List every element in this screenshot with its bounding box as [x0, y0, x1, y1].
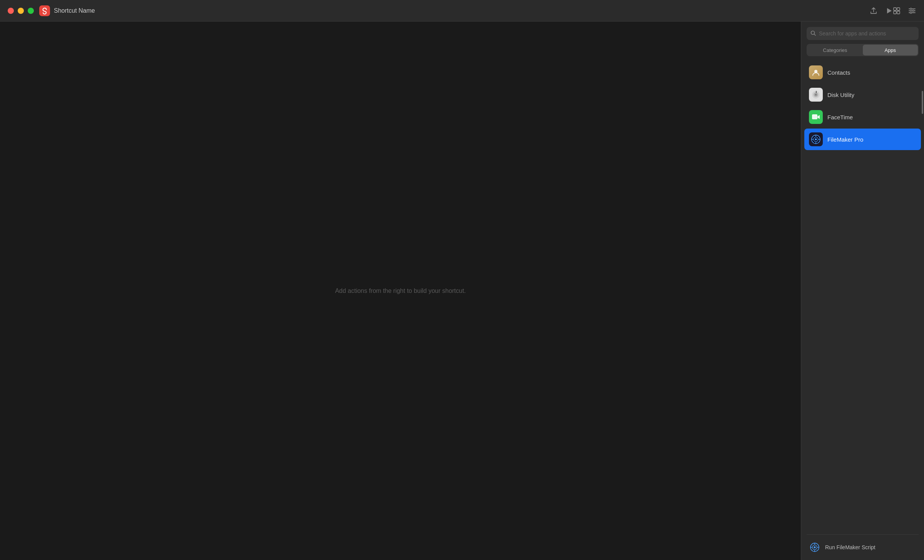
filemaker-action-icon	[809, 542, 820, 553]
section-divider	[807, 534, 919, 535]
play-button[interactable]	[886, 7, 892, 14]
svg-point-16	[815, 94, 817, 96]
maximize-button[interactable]	[28, 8, 34, 14]
app-item-disk-utility[interactable]: Disk Utility	[804, 84, 921, 105]
disk-utility-app-icon	[809, 88, 823, 102]
search-container	[801, 22, 924, 44]
app-list[interactable]: Contacts Disk Utility	[801, 60, 924, 533]
disk-utility-app-name: Disk Utility	[827, 92, 854, 98]
filemaker-pro-app-name: FileMaker Pro	[827, 136, 863, 143]
action-run-filemaker-script[interactable]: Run FileMaker Script	[804, 538, 921, 557]
svg-point-21	[815, 139, 817, 140]
svg-rect-1	[894, 8, 896, 10]
add-action-button[interactable]	[892, 7, 901, 15]
segment-control: Categories Apps	[807, 44, 919, 56]
main-content: Add actions from the right to build your…	[0, 22, 924, 560]
svg-rect-3	[894, 11, 896, 14]
svg-rect-4	[897, 11, 900, 14]
contacts-app-name: Contacts	[827, 69, 850, 76]
titlebar: Shortcut Name	[0, 0, 924, 22]
contacts-app-icon	[809, 65, 823, 79]
shortcut-name: Shortcut Name	[54, 7, 869, 14]
search-icon	[810, 30, 816, 37]
titlebar-actions	[869, 7, 892, 15]
svg-line-12	[814, 34, 816, 35]
facetime-app-icon	[809, 110, 823, 124]
share-button[interactable]	[869, 7, 878, 15]
app-item-contacts[interactable]: Contacts	[804, 62, 921, 83]
svg-rect-17	[816, 91, 817, 93]
close-button[interactable]	[8, 8, 14, 14]
search-box	[807, 27, 919, 40]
svg-point-9	[912, 10, 914, 12]
editor-hint: Add actions from the right to build your…	[335, 288, 466, 294]
app-icon	[39, 5, 50, 16]
settings-button[interactable]	[908, 7, 916, 15]
svg-point-8	[910, 8, 912, 10]
sidebar: Categories Apps Contacts	[801, 22, 924, 560]
svg-point-10	[910, 12, 912, 13]
search-input[interactable]	[819, 30, 915, 37]
scrollbar-thumb[interactable]	[922, 91, 923, 114]
app-item-filemaker-pro[interactable]: FileMaker Pro	[804, 129, 921, 150]
filemaker-pro-app-icon	[809, 132, 823, 146]
app-item-facetime[interactable]: FaceTime	[804, 106, 921, 128]
svg-rect-2	[897, 8, 900, 10]
svg-rect-18	[812, 114, 817, 119]
tab-categories[interactable]: Categories	[807, 45, 863, 55]
action-section: Run FileMaker Script	[801, 536, 924, 560]
minimize-button[interactable]	[18, 8, 24, 14]
editor-area: Add actions from the right to build your…	[0, 22, 801, 560]
svg-marker-0	[887, 8, 892, 13]
facetime-app-name: FaceTime	[827, 114, 853, 120]
tab-apps[interactable]: Apps	[863, 45, 918, 55]
svg-point-28	[814, 547, 816, 548]
run-filemaker-script-label: Run FileMaker Script	[825, 544, 876, 550]
traffic-lights	[8, 8, 34, 14]
